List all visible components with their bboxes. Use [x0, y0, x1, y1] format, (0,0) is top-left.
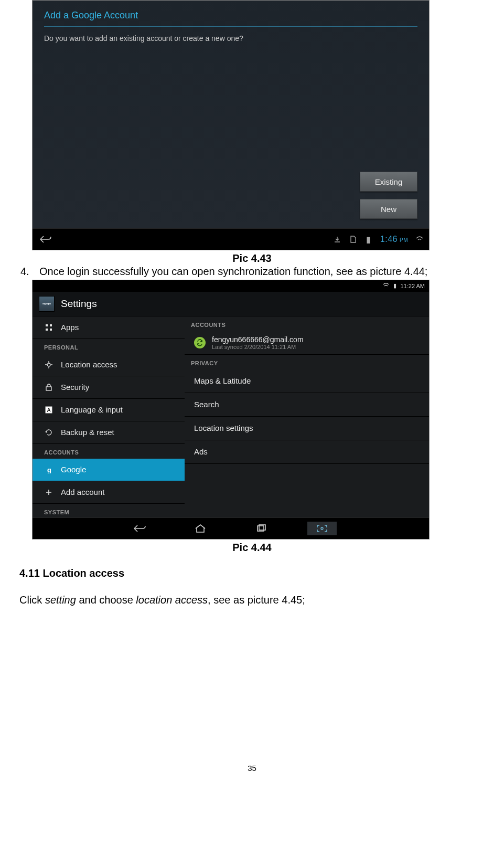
- battery-icon: ▮: [393, 282, 396, 289]
- step-number: 4.: [19, 266, 39, 278]
- status-clock: 1:46 PM: [380, 235, 408, 244]
- svg-point-11: [321, 527, 323, 530]
- settings-app-icon: [39, 296, 55, 312]
- dialog-panel: Add a Google Account Do you want to add …: [33, 1, 429, 228]
- sidebar-item-language[interactable]: A Language & input: [33, 399, 185, 421]
- svg-rect-1: [50, 324, 52, 326]
- account-text: fengyun666666@gmail.com Last synced 2/20…: [212, 335, 304, 350]
- page-number: 35: [19, 764, 485, 788]
- screenshot-settings-google: ▮ 11:22 AM Settings Apps PERSONAL: [32, 280, 430, 539]
- system-navbar: [33, 517, 429, 539]
- sidebar-header-personal: PERSONAL: [33, 339, 185, 354]
- screenshot-icon[interactable]: [307, 522, 337, 535]
- google-icon: g: [44, 465, 53, 474]
- body-text: Click: [19, 594, 45, 606]
- wifi-icon: [383, 283, 389, 289]
- sidebar-item-label: Language & input: [61, 405, 123, 414]
- location-icon: [44, 360, 53, 369]
- section-4-11-heading: 4.11 Location access: [19, 567, 485, 579]
- sidebar-item-label: Google: [61, 465, 86, 474]
- status-bar: ▮ 11:22 AM: [33, 280, 429, 292]
- account-email: fengyun666666@gmail.com: [212, 335, 304, 344]
- sync-icon: [194, 337, 206, 348]
- sidebar-item-label: Location access: [61, 360, 117, 369]
- plus-icon: [44, 488, 53, 497]
- step-4-line: 4. Once login successfully you can open …: [19, 266, 485, 278]
- body-text: , see as picture 4.45;: [208, 594, 305, 606]
- caption-pic-4-44: Pic 4.44: [19, 542, 485, 554]
- svg-rect-3: [50, 329, 52, 331]
- clock-ampm: PM: [400, 237, 408, 243]
- dialog-separator: [44, 26, 417, 27]
- screenshot-add-google-account: Add a Google Account Do you want to add …: [32, 0, 430, 250]
- right-header-accounts: ACCOUNTS: [185, 316, 429, 331]
- section-4-11-body: Click setting and choose location access…: [19, 594, 485, 606]
- body-text: and choose: [76, 594, 136, 606]
- system-navbar: ▮ 1:46 PM: [33, 228, 429, 250]
- account-row[interactable]: fengyun666666@gmail.com Last synced 2/20…: [185, 331, 429, 355]
- settings-body: Apps PERSONAL Location access Security: [33, 316, 429, 517]
- settings-header: Settings: [33, 292, 429, 316]
- sidebar-header-accounts: ACCOUNTS: [33, 444, 185, 459]
- step-text: Once login successfully you can open syn…: [39, 266, 485, 278]
- new-button[interactable]: New: [360, 199, 417, 219]
- status-time: 11:22 AM: [401, 283, 425, 289]
- sidebar-item-label: Add account: [61, 488, 104, 496]
- lock-icon: [44, 383, 53, 392]
- sidebar-item-apps[interactable]: Apps: [33, 316, 185, 339]
- svg-text:g: g: [47, 466, 51, 473]
- right-header-privacy: PRIVACY: [185, 355, 429, 369]
- sidebar-item-label: Security: [61, 383, 89, 392]
- back-icon[interactable]: [125, 522, 154, 535]
- sidebar-item-add-account[interactable]: Add account: [33, 481, 185, 504]
- dialog-question: Do you want to add an existing account o…: [44, 34, 417, 43]
- sidebar-item-security[interactable]: Security: [33, 376, 185, 399]
- caption-pic-4-43: Pic 4.43: [19, 252, 485, 264]
- battery-icon: ▮: [364, 236, 373, 243]
- sidebar-item-label: Backup & reset: [61, 428, 114, 437]
- svg-rect-2: [46, 329, 48, 331]
- language-icon: A: [44, 405, 53, 415]
- settings-left-column: Apps PERSONAL Location access Security: [33, 316, 185, 517]
- dialog-button-stack: Existing New: [360, 172, 417, 219]
- svg-rect-0: [46, 324, 48, 326]
- sidebar-item-google[interactable]: g Google: [33, 459, 185, 481]
- settings-title: Settings: [61, 298, 97, 310]
- svg-text:A: A: [47, 407, 51, 413]
- settings-right-column: ACCOUNTS fengyun666666@gmail.com Last sy…: [185, 316, 429, 517]
- svg-point-4: [47, 363, 50, 366]
- account-last-synced: Last synced 2/20/2014 11:21 AM: [212, 344, 304, 350]
- wifi-icon: [415, 236, 424, 243]
- back-icon[interactable]: [38, 234, 53, 245]
- sidebar-item-location[interactable]: Location access: [33, 354, 185, 376]
- sdcard-icon: [349, 236, 357, 243]
- svg-rect-5: [46, 387, 51, 390]
- recents-icon[interactable]: [246, 522, 276, 535]
- existing-button[interactable]: Existing: [360, 172, 417, 192]
- privacy-item-location[interactable]: Location settings: [185, 417, 429, 440]
- privacy-item-maps[interactable]: Maps & Latitude: [185, 369, 429, 393]
- clock-time: 1:46: [380, 235, 398, 244]
- body-em-location: location access: [136, 594, 208, 606]
- dialog-title: Add a Google Account: [44, 10, 417, 21]
- sidebar-item-backup[interactable]: Backup & reset: [33, 421, 185, 444]
- body-em-setting: setting: [45, 594, 76, 606]
- privacy-item-ads[interactable]: Ads: [185, 440, 429, 464]
- backup-icon: [44, 428, 53, 437]
- apps-icon: [44, 323, 53, 332]
- download-icon: [333, 236, 341, 243]
- privacy-item-search[interactable]: Search: [185, 393, 429, 417]
- home-icon[interactable]: [186, 522, 215, 535]
- sidebar-item-label: Apps: [61, 323, 79, 332]
- sidebar-header-system: SYSTEM: [33, 504, 185, 517]
